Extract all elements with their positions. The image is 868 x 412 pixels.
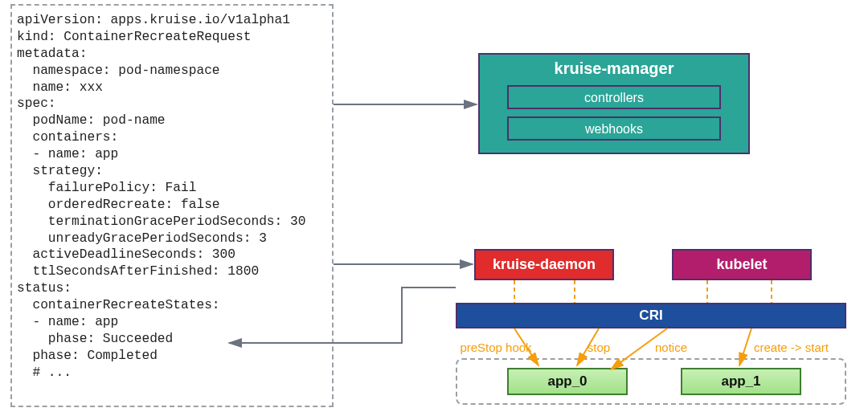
cri-bar: CRI xyxy=(456,303,846,328)
kubelet-box: kubelet xyxy=(672,249,812,280)
label-notice: notice xyxy=(643,341,699,354)
yaml-manifest-panel: apiVersion: apps.kruise.io/v1alpha1 kind… xyxy=(10,4,334,407)
label-stop: stop xyxy=(575,341,623,354)
controllers-box: controllers xyxy=(507,85,721,109)
apps-container: app_0 app_1 xyxy=(456,358,846,405)
app-1-box: app_1 xyxy=(681,368,801,395)
label-prestop: preStop hook xyxy=(452,341,540,354)
webhooks-box: webhooks xyxy=(507,116,721,141)
kruise-daemon-box: kruise-daemon xyxy=(474,249,614,280)
app-0-box: app_0 xyxy=(507,368,628,395)
kruise-manager-title: kruise-manager xyxy=(480,59,748,78)
kruise-manager-box: kruise-manager controllers webhooks xyxy=(478,53,750,154)
diagram-stage: apiVersion: apps.kruise.io/v1alpha1 kind… xyxy=(0,0,868,412)
label-create-start: create -> start xyxy=(754,341,858,354)
yaml-text: apiVersion: apps.kruise.io/v1alpha1 kind… xyxy=(17,12,327,381)
